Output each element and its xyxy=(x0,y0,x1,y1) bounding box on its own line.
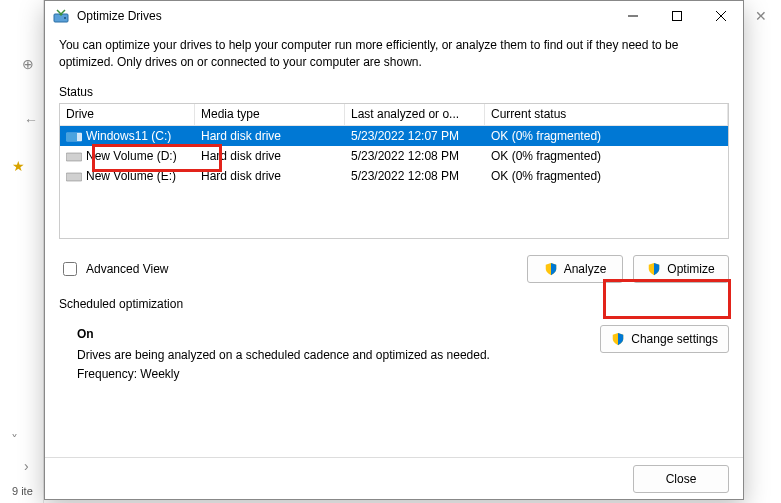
drive-name: New Volume (D:) xyxy=(86,149,177,163)
advanced-view-input[interactable] xyxy=(63,262,77,276)
star-icon: ★ xyxy=(12,158,25,174)
shield-icon xyxy=(544,262,558,276)
drive-row[interactable]: New Volume (D:) Hard disk drive 5/23/202… xyxy=(60,146,728,166)
scheduled-optimization-label: Scheduled optimization xyxy=(59,297,729,311)
dialog-content: You can optimize your drives to help you… xyxy=(45,31,743,457)
window-controls xyxy=(611,1,743,31)
advanced-view-checkbox[interactable]: Advanced View xyxy=(59,259,169,279)
drive-media: Hard disk drive xyxy=(195,149,345,163)
drives-list-body: Windows11 (C:) Hard disk drive 5/23/2022… xyxy=(60,126,728,186)
advanced-view-label: Advanced View xyxy=(86,262,169,276)
svg-point-1 xyxy=(64,17,66,19)
drive-status: OK (0% fragmented) xyxy=(485,149,728,163)
titlebar: Optimize Drives xyxy=(45,1,743,31)
shield-icon xyxy=(647,262,661,276)
close-dialog-button[interactable]: Close xyxy=(633,465,729,493)
background-status-items: 9 ite xyxy=(12,485,33,497)
svg-rect-8 xyxy=(66,153,82,161)
drive-status: OK (0% fragmented) xyxy=(485,129,728,143)
close-label: Close xyxy=(666,472,697,486)
drive-row[interactable]: Windows11 (C:) Hard disk drive 5/23/2022… xyxy=(60,126,728,146)
svg-rect-10 xyxy=(66,173,82,181)
description-text: You can optimize your drives to help you… xyxy=(59,37,729,71)
drive-last: 5/23/2022 12:08 PM xyxy=(345,149,485,163)
drives-list[interactable]: Drive Media type Last analyzed or o... C… xyxy=(59,103,729,239)
back-icon: ← xyxy=(24,112,38,128)
background-close-icon: ✕ xyxy=(755,8,767,24)
scheduled-optimization-section: On Drives are being analyzed on a schedu… xyxy=(59,325,729,385)
minimize-icon xyxy=(628,11,638,21)
dialog-footer: Close xyxy=(45,457,743,499)
maximize-button[interactable] xyxy=(655,1,699,31)
drive-row[interactable]: New Volume (E:) Hard disk drive 5/23/202… xyxy=(60,166,728,186)
col-header-last[interactable]: Last analyzed or o... xyxy=(345,104,485,125)
drive-last: 5/23/2022 12:07 PM xyxy=(345,129,485,143)
chevron-right-icon: › xyxy=(24,458,29,474)
svg-rect-7 xyxy=(66,133,77,141)
drive-icon xyxy=(66,130,82,142)
col-header-media[interactable]: Media type xyxy=(195,104,345,125)
maximize-icon xyxy=(672,11,682,21)
chevron-down-icon: ˅ xyxy=(11,432,18,448)
background-sidebar: ⊕ ← ★ ˅ › xyxy=(0,0,44,503)
drive-name: Windows11 (C:) xyxy=(86,129,171,143)
drive-status: OK (0% fragmented) xyxy=(485,169,728,183)
optimize-button[interactable]: Optimize xyxy=(633,255,729,283)
drive-media: Hard disk drive xyxy=(195,129,345,143)
close-button[interactable] xyxy=(699,1,743,31)
col-header-status[interactable]: Current status xyxy=(485,104,728,125)
change-settings-button[interactable]: Change settings xyxy=(600,325,729,353)
col-header-drive[interactable]: Drive xyxy=(60,104,195,125)
add-tab-icon: ⊕ xyxy=(22,56,34,72)
window-title: Optimize Drives xyxy=(77,9,611,23)
scheduled-freq: Frequency: Weekly xyxy=(77,365,490,384)
drive-last: 5/23/2022 12:08 PM xyxy=(345,169,485,183)
action-row: Advanced View Analyze Optimize xyxy=(59,255,729,283)
shield-icon xyxy=(611,332,625,346)
status-label: Status xyxy=(59,85,729,99)
minimize-button[interactable] xyxy=(611,1,655,31)
analyze-label: Analyze xyxy=(564,262,607,276)
optimize-label: Optimize xyxy=(667,262,714,276)
drive-media: Hard disk drive xyxy=(195,169,345,183)
close-icon xyxy=(716,11,726,21)
scheduled-desc: Drives are being analyzed on a scheduled… xyxy=(77,346,490,365)
drives-list-header: Drive Media type Last analyzed or o... C… xyxy=(60,104,728,126)
scheduled-on: On xyxy=(77,325,490,344)
drive-icon xyxy=(66,170,82,182)
optimize-drives-dialog: Optimize Drives You can optimize your dr… xyxy=(44,0,744,500)
drive-icon xyxy=(66,150,82,162)
drive-name: New Volume (E:) xyxy=(86,169,176,183)
optimize-drives-icon xyxy=(53,8,69,24)
analyze-button[interactable]: Analyze xyxy=(527,255,623,283)
change-settings-label: Change settings xyxy=(631,332,718,346)
scheduled-text: On Drives are being analyzed on a schedu… xyxy=(59,325,490,385)
svg-rect-3 xyxy=(673,12,682,21)
